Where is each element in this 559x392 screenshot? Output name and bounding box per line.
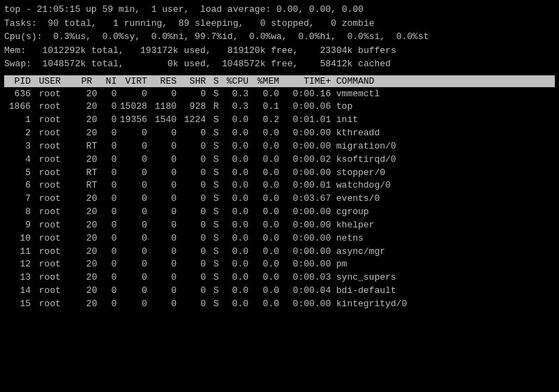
cell-mem: 0.0 <box>251 179 282 193</box>
cell-cmd: top <box>331 100 555 114</box>
cell-shr: 0 <box>179 246 208 259</box>
cell-res: 0 <box>149 246 179 259</box>
cell-cpu: 0.0 <box>221 153 251 167</box>
cell-time: 0:00.01 <box>282 179 331 193</box>
cell-cmd: watchdog/0 <box>331 179 555 193</box>
col-header-user: USER <box>33 76 75 86</box>
cell-ni: 0 <box>95 140 114 153</box>
col-header-cmd: COMMAND <box>331 76 555 86</box>
cell-s: R <box>208 100 221 114</box>
cell-virt: 0 <box>114 127 149 140</box>
cell-cpu: 0.0 <box>221 246 251 259</box>
cell-ni: 0 <box>95 179 114 193</box>
cell-pid: 636 <box>4 88 33 101</box>
table-row: 13 root 20 0 0 0 0 S 0.0 0.0 0:00.03 syn… <box>4 271 555 285</box>
cell-s: S <box>208 140 221 153</box>
cell-s: S <box>208 258 221 271</box>
cell-ni: 0 <box>95 246 114 259</box>
cell-cmd: bdi-default <box>331 285 555 298</box>
cell-mem: 0.0 <box>251 127 282 140</box>
cell-s: S <box>208 114 221 127</box>
cell-cpu: 0.0 <box>221 167 251 180</box>
cell-shr: 0 <box>179 153 208 167</box>
cell-pr: 20 <box>75 258 95 271</box>
cell-pid: 8 <box>4 206 33 219</box>
cell-res: 0 <box>149 219 179 232</box>
cell-pid: 13 <box>4 271 33 285</box>
cell-time: 0:00.16 <box>282 88 331 101</box>
table-row: 3 root RT 0 0 0 0 S 0.0 0.0 0:00.00 migr… <box>4 140 555 153</box>
cell-pid: 6 <box>4 179 33 193</box>
table-row: 12 root 20 0 0 0 0 S 0.0 0.0 0:00.00 pm <box>4 258 555 271</box>
cell-shr: 0 <box>179 140 208 153</box>
cell-virt: 0 <box>114 88 149 101</box>
cell-virt: 0 <box>114 140 149 153</box>
cell-user: root <box>33 271 75 285</box>
table-row: 5 root RT 0 0 0 0 S 0.0 0.0 0:00.00 stop… <box>4 167 555 180</box>
cell-pr: 20 <box>75 114 95 127</box>
cell-ni: 0 <box>95 206 114 219</box>
cell-pr: 20 <box>75 271 95 285</box>
cell-shr: 0 <box>179 127 208 140</box>
cell-cpu: 0.3 <box>221 88 251 101</box>
cell-res: 0 <box>149 167 179 180</box>
cell-ni: 0 <box>95 298 114 311</box>
cell-shr: 0 <box>179 258 208 271</box>
cell-cmd: khelper <box>331 219 555 232</box>
table-row: 636 root 20 0 0 0 0 S 0.3 0.0 0:00.16 vm… <box>4 88 555 101</box>
cell-res: 1180 <box>149 100 179 114</box>
terminal-window: top - 21:05:15 up 59 min, 1 user, load a… <box>4 3 555 311</box>
cell-user: root <box>33 179 75 193</box>
cell-virt: 19356 <box>114 114 149 127</box>
cell-shr: 0 <box>179 88 208 101</box>
cell-pr: RT <box>75 140 95 153</box>
cell-user: root <box>33 285 75 298</box>
cell-pid: 2 <box>4 127 33 140</box>
cell-virt: 0 <box>114 258 149 271</box>
col-header-ni: NI <box>95 76 114 86</box>
cell-shr: 0 <box>179 193 208 206</box>
cell-time: 0:03.67 <box>282 193 331 206</box>
cell-pid: 4 <box>4 153 33 167</box>
cell-user: root <box>33 246 75 259</box>
cell-cmd: events/0 <box>331 193 555 206</box>
cell-cpu: 0.3 <box>221 100 251 114</box>
cell-time: 0:00.00 <box>282 140 331 153</box>
cell-mem: 0.0 <box>251 298 282 311</box>
cell-pr: 20 <box>75 88 95 101</box>
cell-virt: 0 <box>114 246 149 259</box>
cell-shr: 0 <box>179 271 208 285</box>
cell-cpu: 0.0 <box>221 114 251 127</box>
table-body: 636 root 20 0 0 0 0 S 0.3 0.0 0:00.16 vm… <box>4 88 555 311</box>
cell-user: root <box>33 167 75 180</box>
table-row: 7 root 20 0 0 0 0 S 0.0 0.0 0:03.67 even… <box>4 193 555 206</box>
cell-cmd: migration/0 <box>331 140 555 153</box>
cell-s: S <box>208 153 221 167</box>
cell-pr: 20 <box>75 232 95 246</box>
cell-cmd: stopper/0 <box>331 167 555 180</box>
cell-user: root <box>33 232 75 246</box>
table-row: 15 root 20 0 0 0 0 S 0.0 0.0 0:00.00 kin… <box>4 298 555 311</box>
cell-time: 0:00.00 <box>282 258 331 271</box>
cell-mem: 0.0 <box>251 206 282 219</box>
cell-cmd: kthreadd <box>331 127 555 140</box>
cell-user: root <box>33 127 75 140</box>
cell-res: 0 <box>149 232 179 246</box>
cell-ni: 0 <box>95 153 114 167</box>
cell-cmd: async/mgr <box>331 246 555 259</box>
cell-user: root <box>33 219 75 232</box>
cell-cpu: 0.0 <box>221 127 251 140</box>
cell-res: 0 <box>149 271 179 285</box>
cell-s: S <box>208 88 221 101</box>
cell-mem: 0.0 <box>251 153 282 167</box>
table-row: 9 root 20 0 0 0 0 S 0.0 0.0 0:00.00 khel… <box>4 219 555 232</box>
cell-time: 0:00.06 <box>282 100 331 114</box>
cell-time: 0:00.04 <box>282 285 331 298</box>
cell-cmd: cgroup <box>331 206 555 219</box>
cell-mem: 0.0 <box>251 140 282 153</box>
cell-pr: 20 <box>75 219 95 232</box>
cell-cpu: 0.0 <box>221 206 251 219</box>
header-line-2: Tasks: 90 total, 1 running, 89 sleeping,… <box>4 17 555 31</box>
table-row: 11 root 20 0 0 0 0 S 0.0 0.0 0:00.00 asy… <box>4 246 555 259</box>
cell-shr: 0 <box>179 179 208 193</box>
